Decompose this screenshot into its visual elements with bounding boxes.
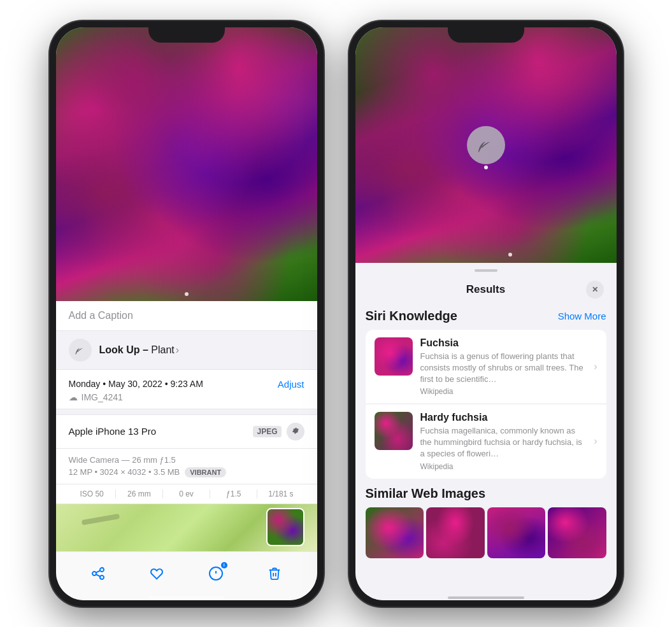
similar-image-4[interactable] <box>548 507 606 558</box>
similar-image-3[interactable] <box>487 507 546 558</box>
camera-wide: Wide Camera — 26 mm ƒ1.5 <box>69 455 304 465</box>
right-photo-area[interactable] <box>355 27 617 263</box>
trash-icon <box>268 567 282 581</box>
sheet-handle[interactable] <box>475 269 497 272</box>
map-thumbnail <box>266 508 304 546</box>
left-phone: Add a Caption Look Up – Plant› Monday • … <box>50 21 324 607</box>
share-button[interactable] <box>84 560 112 588</box>
flower-image <box>56 27 317 301</box>
results-sheet: Results ✕ Siri Knowledge Show More Fuc <box>355 263 617 600</box>
fuchsia-thumbnail <box>375 337 413 376</box>
delete-button[interactable] <box>261 560 289 588</box>
home-indicator <box>148 596 225 599</box>
hardy-name: Hardy fuchsia <box>420 412 587 423</box>
filename-text: IMG_4241 <box>82 392 123 402</box>
knowledge-card: Fuchsia Fuchsia is a genus of flowering … <box>366 330 606 479</box>
camera-section: Apple iPhone 13 Pro JPEG Wide Camera — 2… <box>56 414 317 504</box>
exif-shutter: 1/181 s <box>257 490 304 498</box>
page-dot <box>185 292 189 296</box>
camera-badges: JPEG <box>253 423 304 440</box>
fuchsia-source: Wikipedia <box>420 387 587 396</box>
close-icon: ✕ <box>592 285 598 294</box>
caption-placeholder[interactable]: Add a Caption <box>69 310 133 321</box>
camera-name: Apple iPhone 13 Pro <box>69 426 157 437</box>
hardy-text: Hardy fuchsia Fuchsia magellanica, commo… <box>420 412 587 471</box>
fuchsia-description: Fuchsia is a genus of flowering plants t… <box>420 351 587 386</box>
format-badge: JPEG <box>253 426 281 437</box>
right-home-indicator <box>448 596 524 599</box>
lookup-subject: Plant <box>148 344 175 355</box>
gear-icon <box>291 427 300 436</box>
leaf-svg-icon <box>74 344 87 356</box>
hardy-chevron: › <box>594 412 597 471</box>
visual-intelligence-button[interactable] <box>467 126 505 164</box>
show-more-button[interactable]: Show More <box>558 311 606 321</box>
cloud-icon: ☁ <box>69 392 78 402</box>
right-screen: Results ✕ Siri Knowledge Show More Fuc <box>355 27 617 600</box>
siri-knowledge-header: Siri Knowledge Show More <box>366 309 606 323</box>
vibrant-badge: VIBRANT <box>185 467 226 477</box>
lookup-label: Look Up – Plant› <box>99 344 180 356</box>
fuchsia-item[interactable]: Fuchsia Fuchsia is a genus of flowering … <box>366 330 606 405</box>
heart-icon <box>149 566 164 581</box>
fuchsia-text: Fuchsia Fuchsia is a genus of flowering … <box>420 337 587 397</box>
vi-dot <box>484 166 488 169</box>
bottom-toolbar: i <box>56 551 317 600</box>
similar-image-2[interactable] <box>426 507 485 558</box>
vi-leaf-icon <box>476 135 496 155</box>
share-icon <box>90 566 106 581</box>
siri-knowledge-title: Siri Knowledge <box>366 309 457 323</box>
results-content: Siri Knowledge Show More Fuchsia Fuchsia… <box>355 306 617 600</box>
camera-details: Wide Camera — 26 mm ƒ1.5 12 MP • 3024 × … <box>56 449 317 484</box>
heart-button[interactable] <box>143 560 171 588</box>
exif-row: ISO 50 26 mm 0 ev ƒ1.5 1/181 s <box>56 484 317 504</box>
fuchsia-chevron: › <box>594 337 597 397</box>
close-button[interactable]: ✕ <box>586 281 604 299</box>
left-screen: Add a Caption Look Up – Plant› Monday • … <box>56 27 317 600</box>
similar-image-1[interactable] <box>366 507 424 558</box>
lookup-icon <box>69 339 92 362</box>
fuchsia-name: Fuchsia <box>420 337 587 349</box>
lookup-row[interactable]: Look Up – Plant› <box>56 331 317 370</box>
map-area[interactable] <box>56 504 317 551</box>
results-title: Results <box>386 283 586 296</box>
right-notch <box>448 21 524 43</box>
notch <box>148 21 225 43</box>
photo-area[interactable] <box>56 27 317 301</box>
date-section: Monday • May 30, 2022 • 9:23 AM Adjust ☁… <box>56 370 317 409</box>
info-badge-i: i <box>224 563 225 567</box>
hardy-thumbnail <box>375 412 413 450</box>
hardy-source: Wikipedia <box>420 462 587 471</box>
exif-ev: 0 ev <box>163 490 210 498</box>
caption-area[interactable]: Add a Caption <box>56 301 317 331</box>
similar-title: Similar Web Images <box>366 486 486 500</box>
lookup-prefix: Look Up – <box>99 344 148 355</box>
exif-aperture: ƒ1.5 <box>210 490 257 498</box>
info-button[interactable]: i <box>202 560 230 588</box>
right-phone: Results ✕ Siri Knowledge Show More Fuc <box>349 21 623 607</box>
camera-resolution: 12 MP • 3024 × 4032 • 3.5 MB <box>69 467 180 477</box>
sparkle-info-icon <box>208 566 224 581</box>
camera-header: Apple iPhone 13 Pro JPEG <box>56 415 317 449</box>
hardy-description: Fuchsia magellanica, commonly known as t… <box>420 425 587 460</box>
similar-images <box>366 507 606 558</box>
info-badge: i <box>221 562 227 568</box>
gear-button[interactable] <box>287 423 304 440</box>
exif-iso: ISO 50 <box>69 490 115 498</box>
exif-focal: 26 mm <box>116 490 162 498</box>
results-header: Results ✕ <box>355 276 617 306</box>
adjust-button[interactable]: Adjust <box>278 379 304 390</box>
similar-header: Similar Web Images <box>366 486 606 501</box>
hardy-fuchsia-item[interactable]: Hardy fuchsia Fuchsia magellanica, commo… <box>366 404 606 479</box>
lookup-chevron: › <box>176 344 179 355</box>
date-text: Monday • May 30, 2022 • 9:23 AM <box>69 379 203 389</box>
page-dot-right <box>508 253 512 257</box>
